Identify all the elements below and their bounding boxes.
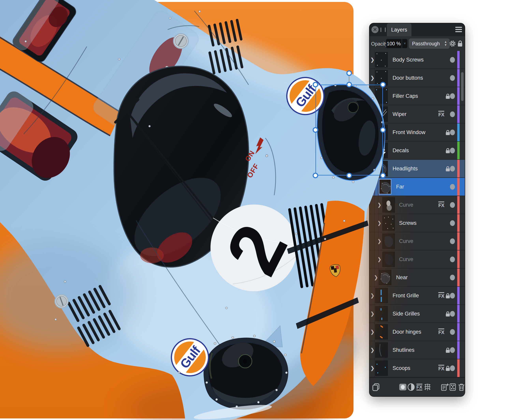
layer-name: Headlights (392, 160, 418, 177)
selection-handle-top-right[interactable] (380, 82, 386, 87)
layer-row-curve[interactable]: ❯ Curve FX (369, 196, 465, 214)
layer-row-decals[interactable]: ❯ Decals FX (369, 142, 465, 160)
chevron-right-icon[interactable]: ❯ (370, 305, 375, 323)
fx-badge-icon[interactable]: FX (438, 111, 444, 117)
layer-row-near[interactable]: ❯ Near FX (369, 269, 465, 287)
chevron-right-icon[interactable]: ❯ (377, 214, 381, 232)
add-layer-icon[interactable] (440, 382, 449, 392)
fx-badge-icon[interactable]: FX (438, 201, 444, 208)
chevron-right-icon[interactable]: ❯ (377, 196, 381, 214)
layer-thumbnail (375, 360, 388, 376)
layer-row-screws[interactable]: ❯ Screws FX (369, 214, 465, 232)
lock-icon[interactable] (445, 166, 451, 173)
layer-color-strip (457, 51, 460, 69)
scrollbar-thumb[interactable] (461, 72, 464, 101)
layer-row-side-grilles[interactable]: ❯ Side Grilles FX (369, 305, 465, 323)
visibility-dot[interactable] (450, 184, 455, 190)
layer-color-strip (457, 251, 460, 268)
fx-badge-icon[interactable]: FX (438, 328, 444, 335)
opacity-dropdown-icon[interactable]: ˅ (402, 39, 407, 48)
fx-badge-icon[interactable]: FX (438, 292, 444, 299)
layer-row-filler-caps[interactable]: ❯ Filler Caps FX (369, 87, 465, 105)
layer-thumbnail (382, 215, 395, 231)
close-icon[interactable]: ✕ (372, 26, 379, 33)
chevron-right-icon[interactable]: ❯ (370, 341, 375, 359)
layer-color-strip (457, 160, 460, 177)
lock-icon[interactable] (445, 148, 451, 155)
fx-badge-icon[interactable]: FX (438, 365, 444, 371)
visibility-dot[interactable] (450, 275, 455, 280)
visibility-dot[interactable] (450, 148, 455, 153)
selection-handle-bottom-left[interactable] (313, 173, 318, 178)
chevron-right-icon[interactable]: ❯ (377, 251, 381, 268)
visibility-dot[interactable] (450, 238, 455, 244)
lock-icon[interactable] (445, 311, 451, 318)
chevron-right-icon[interactable]: ❯ (370, 323, 375, 341)
shutline (296, 297, 359, 329)
hamburger-menu-icon[interactable] (455, 27, 462, 33)
chevron-right-icon[interactable]: ❯ (377, 232, 381, 250)
chevron-right-icon[interactable]: ❯ (374, 269, 378, 286)
chevron-right-icon[interactable]: ❯ (370, 359, 375, 377)
visibility-dot[interactable] (450, 93, 455, 99)
layer-row-wiper[interactable]: ❯ Wiper FX (369, 105, 465, 123)
visibility-dot[interactable] (450, 166, 455, 172)
duplicate-icon[interactable] (372, 382, 380, 392)
unlock-icon[interactable] (457, 40, 463, 48)
visibility-dot[interactable] (450, 293, 455, 299)
layer-color-strip (457, 232, 460, 250)
gear-icon[interactable] (449, 40, 456, 47)
visibility-dot[interactable] (450, 75, 455, 81)
lock-icon[interactable] (445, 293, 451, 300)
layer-row-curve[interactable]: ❯ Curve FX (369, 232, 465, 251)
selection-handle-bottom-right[interactable] (380, 173, 386, 178)
visibility-dot[interactable] (450, 329, 455, 335)
visibility-dot[interactable] (450, 365, 455, 371)
layer-row-door-hinges[interactable]: ❯ Door hinges FX (369, 323, 465, 341)
mask-icon[interactable] (398, 382, 407, 392)
visibility-dot[interactable] (450, 257, 455, 262)
selection-handle-mid-right[interactable] (380, 127, 386, 133)
chevron-right-icon[interactable]: ❯ (370, 51, 375, 69)
app-window: ✕ Layers Opacity: 100 % ˅ Passthrough ▲▼… (0, 0, 505, 420)
lock-icon[interactable] (445, 365, 451, 372)
near-headlight (193, 326, 288, 420)
layer-color-strip (457, 196, 460, 214)
panel-toolbar: FX (369, 377, 465, 396)
tab-layers[interactable]: Layers (387, 23, 411, 36)
selection-bounding-box[interactable] (316, 85, 383, 176)
layer-row-body-screws[interactable]: ❯ Body Screws FX (369, 51, 465, 69)
selection-handle-mid-left[interactable] (313, 127, 318, 133)
selection-handle-top-left[interactable] (313, 82, 318, 87)
mesh-warp-icon[interactable] (423, 382, 432, 392)
visibility-dot[interactable] (450, 57, 455, 63)
layer-row-scoops[interactable]: ❯ Scoops FX (369, 359, 465, 377)
visibility-dot[interactable] (450, 202, 455, 208)
layer-row-shutlines[interactable]: ❯ Shutlines FX (369, 341, 465, 359)
trash-icon[interactable] (457, 382, 465, 392)
visibility-dot[interactable] (450, 347, 455, 353)
lightning-bolt-icon (255, 138, 264, 154)
lock-icon[interactable] (445, 129, 451, 137)
blend-mode-select[interactable]: Passthrough ▲▼ (409, 38, 449, 49)
visibility-dot[interactable] (450, 220, 455, 226)
visibility-dot[interactable] (450, 311, 455, 317)
layer-row-curve[interactable]: ❯ Curve FX (369, 251, 465, 269)
visibility-dot[interactable] (450, 130, 455, 135)
fx-icon[interactable]: FX (415, 382, 424, 392)
wiper (115, 100, 231, 240)
selection-handle-top-mid[interactable] (346, 82, 352, 87)
chevron-right-icon[interactable]: ❯ (370, 69, 375, 87)
layer-options-icon[interactable] (448, 382, 457, 392)
chevron-right-icon[interactable]: ❯ (370, 287, 375, 304)
layer-row-front-grille[interactable]: ❯ Front Grille FX (369, 287, 465, 305)
selection-rotation-handle[interactable] (346, 70, 352, 76)
layer-row-far[interactable]: ❯ Far FX (369, 178, 465, 196)
layer-name: Wiper (392, 105, 407, 123)
opacity-input[interactable]: 100 % (386, 39, 401, 48)
selection-handle-bottom-mid[interactable] (346, 173, 352, 178)
adjustment-icon[interactable] (407, 382, 416, 392)
lock-icon[interactable] (445, 347, 451, 354)
lock-icon[interactable] (445, 93, 451, 100)
visibility-dot[interactable] (450, 111, 455, 117)
